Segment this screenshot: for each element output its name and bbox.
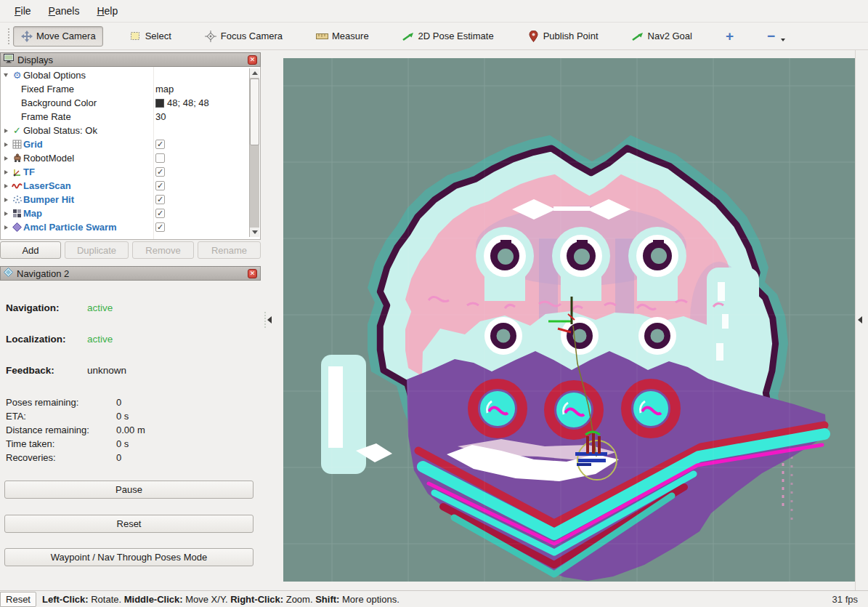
particle-swarm-diamond-icon <box>11 222 23 232</box>
property-value[interactable]: map <box>155 84 174 95</box>
menu-help[interactable]: Help <box>89 2 125 20</box>
tree-row-global-status[interactable]: ✓ Global Status: Ok <box>1 124 260 137</box>
gear-icon: ⚙ <box>11 70 23 81</box>
tree-row-background-color[interactable]: Background Color 48; 48; 48 <box>1 96 260 110</box>
tree-row-grid[interactable]: Grid <box>1 137 260 151</box>
displays-buttons: Add Duplicate Remove Rename <box>0 241 261 259</box>
3d-viewport[interactable] <box>283 58 855 582</box>
tree-row-frame-rate[interactable]: Frame Rate 30 <box>1 110 260 124</box>
amcl-checkbox[interactable] <box>155 222 165 232</box>
duplicate-button[interactable]: Duplicate <box>65 241 129 259</box>
menu-panels-rest: anels <box>55 5 79 17</box>
feedback-label: Feedback: <box>6 365 54 376</box>
focus-camera-tool-button[interactable]: Focus Camera <box>198 26 290 47</box>
tool-label: Nav2 Goal <box>648 31 692 41</box>
displays-scrollbar[interactable] <box>249 68 259 237</box>
row-label: Grid <box>23 139 43 150</box>
navigation2-panel: Navigation 2 ✕ <box>0 266 261 281</box>
displays-panel-titlebar[interactable]: Displays ✕ <box>0 52 261 67</box>
reset-view-button[interactable]: Reset <box>0 592 36 607</box>
tree-row-amcl-particle-swarm[interactable]: Amcl Particle Swarm <box>1 220 260 234</box>
displays-tree: ⚙ Global Options Fixed Frame map Backgro… <box>0 67 261 240</box>
tree-row-laserscan[interactable]: LaserScan <box>1 179 260 193</box>
tree-row-global-options[interactable]: ⚙ Global Options <box>1 68 260 82</box>
scroll-up-icon[interactable] <box>250 68 259 78</box>
expander-closed-icon[interactable] <box>1 129 11 133</box>
bumper-hit-checkbox[interactable] <box>155 195 165 204</box>
laserscan-checkbox[interactable] <box>155 181 165 190</box>
property-value[interactable]: 30 <box>155 111 166 122</box>
expander-closed-icon[interactable] <box>1 156 11 161</box>
grid-checkbox[interactable] <box>155 140 165 149</box>
displays-panel-title: Displays <box>17 55 244 65</box>
minus-icon: − <box>767 31 775 41</box>
menu-file[interactable]: File <box>7 2 38 20</box>
panel-collapse-handle-left[interactable] <box>264 310 275 330</box>
expander-closed-icon[interactable] <box>1 212 11 216</box>
expander-open-icon[interactable] <box>1 73 11 77</box>
grid-icon <box>11 140 23 149</box>
tree-row-tf[interactable]: TF <box>1 165 260 179</box>
expander-closed-icon[interactable] <box>1 170 11 174</box>
remove-tool-button[interactable]: − <box>760 26 792 47</box>
expander-closed-icon[interactable] <box>1 184 11 188</box>
tool-bar: Move Camera Select Focus Camera Measure <box>0 23 868 50</box>
green-arrow-icon <box>632 30 644 42</box>
property-name: Background Color <box>21 97 97 108</box>
close-icon[interactable]: ✕ <box>248 55 257 65</box>
navigation2-panel-titlebar[interactable]: Navigation 2 ✕ <box>0 266 261 281</box>
nav2-goal-tool-button[interactable]: Nav2 Goal <box>625 26 699 47</box>
panel-collapse-handle-right[interactable] <box>858 310 868 330</box>
selection-box-icon <box>129 30 142 42</box>
tf-checkbox[interactable] <box>155 167 165 177</box>
move-camera-tool-button[interactable]: Move Camera <box>13 26 103 47</box>
eta-row: ETA: 0 s <box>6 411 26 422</box>
color-swatch <box>155 99 164 108</box>
chevron-down-icon <box>781 39 785 41</box>
crosshair-icon <box>205 30 217 42</box>
row-label: Global Status: Ok <box>23 125 97 136</box>
measure-tool-button[interactable]: Measure <box>309 26 376 47</box>
eta-value: 0 s <box>116 411 129 422</box>
menu-help-mnemonic: H <box>97 5 104 17</box>
status-bar: Reset Left-Click: Rotate. Middle-Click: … <box>0 590 868 607</box>
tree-row-bumper-hit[interactable]: Bumper Hit <box>1 193 260 206</box>
reset-button[interactable]: Reset <box>4 515 253 533</box>
feedback-status-row: Feedback: unknown <box>6 365 54 376</box>
tree-row-fixed-frame[interactable]: Fixed Frame map <box>1 82 260 96</box>
property-value[interactable]: 48; 48; 48 <box>155 97 209 108</box>
add-button[interactable]: Add <box>0 241 61 259</box>
remove-button[interactable]: Remove <box>132 241 194 259</box>
tool-label: 2D Pose Estimate <box>418 31 494 41</box>
scroll-down-icon[interactable] <box>250 228 259 237</box>
plus-icon: + <box>726 30 734 42</box>
tree-row-map[interactable]: Map <box>1 206 260 220</box>
pause-button[interactable]: Pause <box>4 481 253 499</box>
expander-closed-icon[interactable] <box>1 198 11 202</box>
rename-button[interactable]: Rename <box>198 241 261 259</box>
scrollbar-thumb[interactable] <box>250 79 259 145</box>
add-tool-button[interactable]: + <box>718 26 741 47</box>
laser-scan-marks <box>586 433 601 454</box>
property-name: Frame Rate <box>21 111 71 122</box>
monitor-icon <box>4 54 14 65</box>
select-tool-button[interactable]: Select <box>122 26 179 47</box>
row-label: LaserScan <box>23 180 71 191</box>
navigation2-panel-title: Navigation 2 <box>17 268 244 279</box>
waypoint-mode-button[interactable]: Waypoint / Nav Through Poses Mode <box>4 548 253 566</box>
map-checkbox[interactable] <box>155 209 165 218</box>
row-label: Bumper Hit <box>23 194 74 205</box>
row-label: Amcl Particle Swarm <box>23 222 117 233</box>
3d-viewport-canvas[interactable] <box>283 58 855 582</box>
tree-row-robotmodel[interactable]: RobotModel <box>1 151 260 165</box>
robotmodel-checkbox[interactable] <box>155 153 165 163</box>
recoveries-row: Recoveries: 0 <box>6 452 56 463</box>
menu-panels[interactable]: Panels <box>41 2 87 20</box>
expander-closed-icon[interactable] <box>1 225 11 230</box>
expander-closed-icon[interactable] <box>1 142 11 147</box>
pose-estimate-tool-button[interactable]: 2D Pose Estimate <box>395 26 501 47</box>
publish-point-tool-button[interactable]: Publish Point <box>520 26 606 47</box>
row-label: Map <box>23 208 42 219</box>
close-icon[interactable]: ✕ <box>248 269 257 278</box>
tool-label: Move Camera <box>36 31 96 41</box>
